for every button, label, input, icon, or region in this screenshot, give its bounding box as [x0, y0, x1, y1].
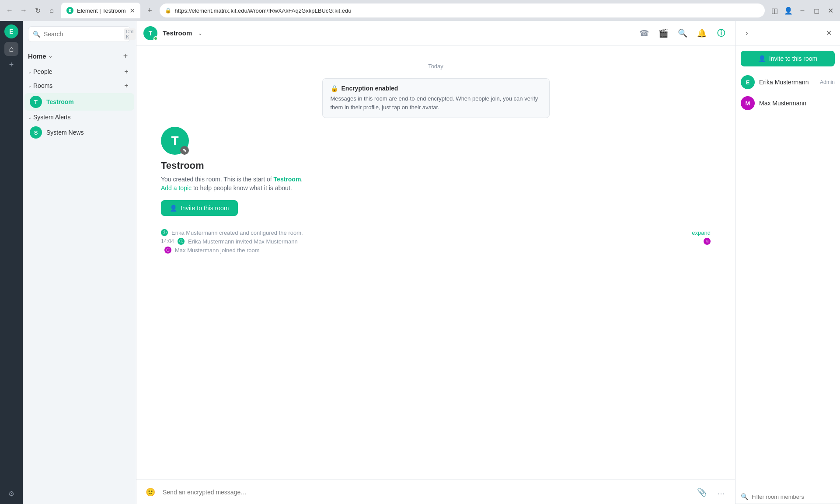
refresh-button[interactable]: ↻	[31, 4, 44, 17]
home-chevron: ⌄	[48, 53, 52, 59]
notifications-button[interactable]: 🔔	[695, 26, 709, 40]
room-info-topic-prompt: Add a topic to help people know what it …	[161, 184, 292, 191]
main-content: T Testroom ⌄ ☎ 🎬 🔍 🔔 ⓘ Today 🔒 Encryptio…	[136, 21, 735, 504]
nav-home-button[interactable]: ⌂	[4, 42, 18, 56]
room-header-chevron-icon: ⌄	[198, 30, 202, 36]
room-status-dot	[153, 36, 158, 41]
date-divider: Today	[143, 63, 728, 70]
sidebar-item-testroom[interactable]: T Testroom	[24, 93, 134, 111]
people-section-title: People	[33, 68, 122, 75]
member-item-erika[interactable]: E Erika Mustermann Admin	[735, 72, 840, 93]
event-row-1: ⓘ Erika Mustermann created and configure…	[161, 228, 711, 237]
browser-nav-controls: ← → ↻ ⌂	[3, 4, 58, 17]
new-tab-button[interactable]: +	[144, 4, 156, 17]
right-panel-spacer	[735, 114, 840, 490]
invite-to-room-button[interactable]: 👤 Invite to this room	[161, 200, 238, 216]
expand-link[interactable]: expand	[692, 229, 711, 236]
rooms-section: ⌄ Rooms + T Testroom	[23, 79, 136, 111]
rooms-section-header[interactable]: ⌄ Rooms +	[23, 79, 136, 93]
system-alerts-title: System Alerts	[33, 114, 131, 121]
people-section-header[interactable]: ⌄ People +	[23, 65, 136, 79]
avatar-edit-icon[interactable]: ✎	[180, 146, 189, 155]
main-header: T Testroom ⌄ ☎ 🎬 🔍 🔔 ⓘ	[136, 21, 735, 45]
system-news-avatar: S	[30, 126, 42, 139]
event-row-3: ⓘ Max Mustermann joined the room	[161, 246, 711, 254]
people-add-button[interactable]: +	[122, 67, 131, 76]
event-text-1: Erika Mustermann created and configured …	[171, 229, 688, 236]
emoji-button[interactable]: 🙂	[143, 485, 157, 499]
user-avatar[interactable]: E	[4, 24, 18, 38]
system-alerts-header[interactable]: ⌄ System Alerts	[23, 111, 136, 123]
erika-avatar: E	[741, 75, 755, 89]
maximize-button[interactable]: ◻	[810, 4, 823, 17]
voice-call-button[interactable]: ☎	[637, 26, 651, 40]
profile-button[interactable]: 👤	[782, 4, 795, 17]
filter-bar: 🔍	[735, 490, 840, 504]
max-avatar-event: M	[704, 238, 711, 245]
video-call-button[interactable]: 🎬	[656, 26, 670, 40]
event-row-2-content: ⓘ Erika Mustermann invited Max Musterman…	[178, 238, 704, 245]
room-info-section: T ✎ Testroom You created this room. This…	[143, 118, 728, 225]
message-input-bar: 🙂 📎 …	[136, 480, 735, 504]
more-options-button[interactable]: …	[714, 485, 728, 499]
events-section: ⓘ Erika Mustermann created and configure…	[143, 225, 728, 258]
room-header-avatar: T	[143, 26, 157, 40]
info-button[interactable]: ⓘ	[714, 26, 728, 40]
panel-close-button[interactable]: ✕	[823, 27, 835, 39]
home-header: Home ⌄ +	[23, 47, 136, 65]
search-bar[interactable]: 🔍 Ctrl K	[28, 26, 131, 42]
rooms-section-title: Rooms	[33, 82, 122, 89]
encryption-lock-icon: 🔒	[331, 85, 338, 92]
room-info-avatar[interactable]: T ✎	[161, 127, 189, 155]
forward-button[interactable]: →	[17, 4, 30, 17]
room-header-name[interactable]: Testroom	[163, 29, 192, 37]
search-shortcut: Ctrl K	[124, 28, 136, 40]
panel-collapse-button[interactable]: ›	[741, 27, 753, 39]
tab-close-button[interactable]: ✕	[129, 7, 135, 15]
rooms-add-button[interactable]: +	[122, 81, 131, 90]
app-container: E ⌂ + ⚙ 🔍 Ctrl K Home ⌄ + ⌄ People +	[0, 21, 840, 504]
message-input[interactable]	[163, 489, 690, 496]
url-text: https://element.matrix.kit.edu/#/room/!R…	[175, 7, 352, 14]
sidebar-header: 🔍 Ctrl K	[23, 21, 136, 47]
attachment-button[interactable]: 📎	[695, 485, 709, 499]
add-topic-link[interactable]: Add a topic	[161, 184, 192, 191]
timestamp: 14:04	[161, 238, 174, 244]
people-chevron-icon: ⌄	[28, 70, 31, 74]
url-bar[interactable]: 🔒 https://element.matrix.kit.edu/#/room/…	[160, 3, 765, 17]
nav-settings-button[interactable]: ⚙	[4, 487, 18, 501]
encryption-text: Messages in this room are end-to-end enc…	[331, 94, 541, 111]
sidebar-item-system-news[interactable]: S System News	[24, 124, 134, 141]
right-panel-invite-icon: 👤	[758, 55, 766, 62]
right-panel-header: › ✕	[735, 21, 840, 45]
filter-input[interactable]	[752, 494, 835, 500]
browser-chrome: ← → ↻ ⌂ E Element | Testroom ✕ + 🔒 https…	[0, 0, 840, 21]
system-alerts-chevron-icon: ⌄	[28, 115, 31, 120]
system-news-label: System News	[46, 129, 84, 136]
extensions-button[interactable]: ◫	[768, 4, 781, 17]
system-alerts-section: ⌄ System Alerts S System News	[23, 111, 136, 142]
event-text-2: Erika Mustermann invited Max Mustermann	[188, 238, 704, 245]
nav-add-button[interactable]: +	[4, 58, 18, 72]
encryption-title: Encryption enabled	[342, 85, 398, 92]
max-avatar: M	[741, 96, 755, 110]
testroom-label: Testroom	[46, 98, 74, 105]
testroom-avatar: T	[30, 96, 42, 108]
lock-icon: 🔒	[165, 7, 171, 14]
member-item-max[interactable]: M Max Mustermann	[735, 93, 840, 114]
filter-icon: 🔍	[741, 493, 748, 500]
home-browser-button[interactable]: ⌂	[45, 4, 58, 17]
minimize-button[interactable]: –	[796, 4, 809, 17]
back-button[interactable]: ←	[3, 4, 16, 17]
invite-icon: 👤	[170, 205, 177, 212]
event-row-3-content: ⓘ Max Mustermann joined the room	[164, 247, 711, 254]
home-title[interactable]: Home ⌄	[28, 52, 120, 60]
room-info-description: You created this room. This is the start…	[161, 176, 303, 183]
home-add-button[interactable]: +	[120, 51, 131, 61]
erika-role: Admin	[820, 79, 835, 85]
search-input[interactable]	[44, 31, 120, 38]
close-browser-button[interactable]: ✕	[824, 4, 837, 17]
search-header-button[interactable]: 🔍	[676, 26, 690, 40]
right-panel-invite-button[interactable]: 👤 Invite to this room	[741, 51, 835, 66]
browser-tab[interactable]: E Element | Testroom ✕	[61, 3, 140, 18]
